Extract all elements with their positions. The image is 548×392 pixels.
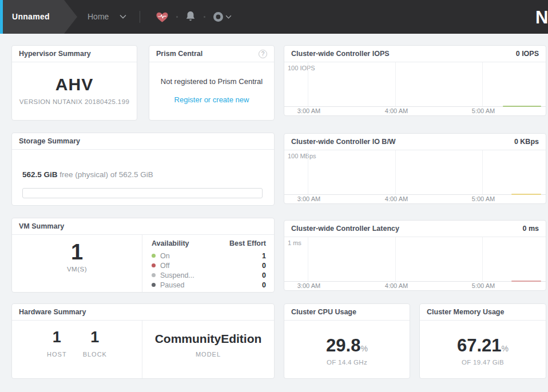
vm-availability-header: Availability Best Effort [152, 239, 266, 247]
nav-separator-dot [204, 16, 205, 18]
vm-status-count: 0 [262, 281, 266, 289]
storage-usage-bar [22, 188, 263, 198]
cluster-memory-usage-card: Cluster Memory Usage 67.21% OF 19.47 GiB [419, 303, 546, 379]
chart-title: Cluster-wide Controller Latency [291, 225, 399, 233]
vm-summary-card: VM Summary 1 VM(S) Availability Best Eff… [11, 218, 275, 293]
memory-usage-unit: % [502, 344, 509, 353]
vm-status-count: 0 [262, 271, 266, 279]
gridline [395, 237, 396, 281]
status-dot-icon [152, 254, 156, 258]
chart-header: Cluster-wide Controller IOPS 0 IOPS [284, 46, 546, 62]
vm-status-label: Suspend... [160, 271, 262, 279]
chart-current-value: 0 IOPS [516, 50, 539, 58]
host-count: 1 [47, 329, 67, 346]
block-stat: 1 BLOCK [83, 329, 107, 378]
chevron-down-icon[interactable] [225, 15, 232, 19]
chart-plot-area: 100 IOPS [284, 62, 546, 107]
host-label: HOST [47, 351, 67, 358]
y-axis-max-label: 100 IOPS [288, 65, 315, 71]
gridline [482, 150, 483, 194]
chart-header: Cluster-wide Controller Latency 0 ms [284, 221, 546, 237]
help-icon[interactable]: ? [259, 50, 267, 58]
x-tick: 3:00 AM [297, 107, 320, 114]
card-header: VM Summary [12, 218, 274, 235]
vm-availability-panel: Availability Best Effort On 1 Off 0 Susp… [142, 235, 274, 293]
hardware-summary-card: Hardware Summary 1 HOST 1 BLOCK Communit… [11, 303, 275, 379]
top-nav-bar: Unnamed Home N [0, 0, 548, 34]
vm-availability-rows: On 1 Off 0 Suspend... 0 Paused 0 Unknown… [152, 251, 266, 293]
chart-current-value: 0 ms [523, 225, 539, 233]
memory-capacity-caption: OF 19.47 GiB [420, 359, 546, 366]
chart-plot-area: 1 ms [284, 237, 546, 282]
vm-availability-row: Paused 0 [152, 280, 266, 290]
vm-availability-row: Suspend... 0 [152, 270, 266, 280]
card-title: Prism Central [156, 50, 202, 58]
health-heart-icon[interactable] [156, 10, 169, 23]
settings-gear-ring-icon[interactable] [213, 11, 224, 22]
chart-plot-area: 100 MBps [284, 150, 546, 195]
prism-central-card: Prism Central ? Not registered to Prism … [149, 45, 275, 121]
card-body: 562.5 GiB free (physical) of 562.5 GiB [12, 170, 274, 198]
cluster-name-tab[interactable]: Unnamed [3, 0, 77, 34]
card-body: 1 VM(S) Availability Best Effort On 1 Of… [12, 235, 274, 293]
cpu-capacity-caption: OF 14.4 GHz [284, 359, 410, 366]
card-header: Storage Summary [12, 133, 274, 150]
hypervisor-summary-card: Hypervisor Summary AHV VERSION NUTANIX 2… [11, 45, 137, 121]
vm-status-count: 1 [262, 252, 266, 260]
gridline [482, 62, 483, 106]
gridline [308, 150, 308, 194]
x-tick: 4:00 AM [385, 107, 408, 114]
card-body: 67.21% OF 19.47 GiB [420, 335, 546, 366]
hardware-model-panel: CommunityEdition MODEL [142, 321, 274, 378]
vm-status-label: Paused [160, 281, 262, 289]
nav-divider [140, 11, 140, 23]
card-header: Cluster Memory Usage [420, 304, 546, 321]
alerts-bell-icon[interactable] [185, 10, 196, 22]
x-tick: 4:00 AM [385, 282, 408, 289]
storage-free-caption: free (physical) of 562.5 GiB [58, 170, 153, 179]
card-body: AHV VERSION NUTANIX 20180425.199 [12, 75, 137, 105]
storage-summary-card: Storage Summary 562.5 GiB free (physical… [11, 133, 275, 206]
status-dot-icon [152, 263, 156, 267]
prism-dashboard: Unnamed Home N Hypervisor Summary [0, 0, 548, 392]
card-body: Not registered to Prism Central Register… [149, 77, 274, 104]
card-header: Cluster CPU Usage [284, 304, 410, 321]
card-body: 29.8% OF 14.4 GHz [284, 335, 410, 366]
register-prism-central-link[interactable]: Register or create new [149, 95, 274, 104]
card-title: Hypervisor Summary [19, 50, 91, 58]
card-title: Cluster Memory Usage [427, 308, 504, 316]
best-effort-column-header: Best Effort [229, 239, 266, 247]
x-axis-labels: 3:00 AM 4:00 AM 5:00 AM [284, 282, 546, 290]
card-title: Cluster CPU Usage [291, 308, 356, 316]
availability-column-header: Availability [152, 239, 189, 247]
vm-status-label: On [160, 252, 262, 260]
card-title: Storage Summary [19, 137, 80, 145]
cluster-name: Unnamed [3, 0, 77, 34]
hardware-counts-panel: 1 HOST 1 BLOCK [12, 321, 142, 378]
nav-separator-dot [176, 16, 178, 18]
home-menu[interactable]: Home [88, 0, 109, 34]
card-body: 1 HOST 1 BLOCK CommunityEdition MODEL [12, 321, 274, 378]
controller-metric-chart-card: Cluster-wide Controller IOPS 0 IOPS 100 … [284, 45, 546, 116]
model-name: CommunityEdition [142, 332, 274, 346]
vm-status-label: Unknown [160, 291, 262, 293]
hypervisor-version: VERSION NUTANIX 20180425.199 [12, 98, 137, 105]
y-axis-max-label: 1 ms [288, 239, 301, 246]
prism-central-status: Not registered to Prism Central [149, 77, 274, 86]
x-tick: 5:00 AM [472, 282, 495, 289]
card-title: VM Summary [19, 222, 64, 230]
vm-count-panel: 1 VM(S) [12, 235, 142, 293]
vm-status-label: Off [160, 262, 262, 270]
x-tick: 3:00 AM [297, 282, 320, 289]
x-axis-labels: 3:00 AM 4:00 AM 5:00 AM [284, 107, 546, 115]
controller-metric-chart-card: Cluster-wide Controller IO B/W 0 KBps 10… [284, 133, 546, 204]
x-tick: 3:00 AM [297, 195, 320, 202]
chevron-down-icon[interactable] [120, 14, 126, 19]
memory-usage-value: 67.21% [420, 335, 546, 356]
y-axis-max-label: 100 MBps [288, 153, 316, 159]
cluster-cpu-usage-card: Cluster CPU Usage 29.8% OF 14.4 GHz [284, 303, 410, 379]
vm-availability-row: Off 0 [152, 261, 266, 270]
chart-header: Cluster-wide Controller IO B/W 0 KBps [284, 134, 546, 150]
card-header: Hypervisor Summary [12, 46, 137, 62]
status-dot-icon [152, 273, 156, 277]
